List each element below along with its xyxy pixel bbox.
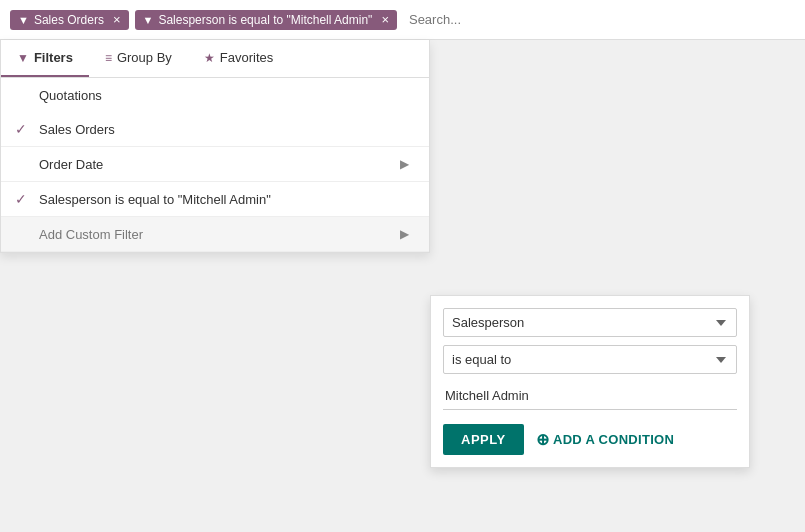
search-input[interactable]: [403, 12, 795, 27]
filter-dropdown: ▼ Filters ≡ Group By ★ Favorites Quotati…: [0, 40, 430, 253]
date-section: Order Date ▶: [1, 147, 429, 182]
favorites-icon: ★: [204, 51, 215, 65]
custom-filter-check: [15, 226, 31, 242]
quotations-check: [15, 87, 31, 103]
custom-filter-label: Add Custom Filter: [39, 227, 143, 242]
filter-icon-2: ▼: [143, 14, 154, 26]
filters-icon: ▼: [17, 51, 29, 65]
menu-item-salesperson[interactable]: ✓ Salesperson is equal to "Mitchell Admi…: [1, 182, 429, 216]
submenu-buttons: APPLY ⊕ ADD A CONDITION: [443, 424, 737, 455]
salesperson-check: ✓: [15, 191, 31, 207]
condition-select-row: is equal to is not equal to contains doe…: [443, 345, 737, 374]
tab-filters[interactable]: ▼ Filters: [1, 40, 89, 77]
value-input-row: [443, 382, 737, 410]
menu-item-custom-filter[interactable]: Add Custom Filter ▶: [1, 217, 429, 251]
filter-icon-1: ▼: [18, 14, 29, 26]
menu-item-quotations[interactable]: Quotations: [1, 78, 429, 112]
search-bar: ▼ Sales Orders × ▼ Salesperson is equal …: [0, 0, 805, 40]
tab-filters-label: Filters: [34, 50, 73, 65]
condition-select[interactable]: is equal to is not equal to contains doe…: [443, 345, 737, 374]
salesperson-section: ✓ Salesperson is equal to "Mitchell Admi…: [1, 182, 429, 217]
tag1-label: Sales Orders: [34, 13, 104, 27]
order-date-check: [15, 156, 31, 172]
custom-filter-section: Add Custom Filter ▶: [1, 217, 429, 252]
tag1-close[interactable]: ×: [113, 13, 121, 26]
tab-favorites[interactable]: ★ Favorites: [188, 40, 289, 77]
order-date-arrow: ▶: [400, 157, 409, 171]
tab-groupby[interactable]: ≡ Group By: [89, 40, 188, 77]
salesperson-tag[interactable]: ▼ Salesperson is equal to "Mitchell Admi…: [135, 10, 397, 30]
order-date-label: Order Date: [39, 157, 103, 172]
value-input[interactable]: [443, 382, 737, 410]
tab-groupby-label: Group By: [117, 50, 172, 65]
tag2-close[interactable]: ×: [381, 13, 389, 26]
sales-orders-tag[interactable]: ▼ Sales Orders ×: [10, 10, 129, 30]
custom-filter-submenu: Salesperson Customer Product Status Amou…: [430, 295, 750, 468]
sales-orders-check: ✓: [15, 121, 31, 137]
plus-icon: ⊕: [536, 430, 549, 449]
groupby-icon: ≡: [105, 51, 112, 65]
quotations-label: Quotations: [39, 88, 102, 103]
sales-orders-label: Sales Orders: [39, 122, 115, 137]
salesperson-filter-label: Salesperson is equal to "Mitchell Admin": [39, 192, 271, 207]
field-select[interactable]: Salesperson Customer Product Status Amou…: [443, 308, 737, 337]
menu-item-sales-orders[interactable]: ✓ Sales Orders: [1, 112, 429, 146]
apply-button[interactable]: APPLY: [443, 424, 524, 455]
tag2-label: Salesperson is equal to "Mitchell Admin": [158, 13, 372, 27]
add-condition-label: ADD A CONDITION: [553, 432, 674, 447]
menu-item-order-date[interactable]: Order Date ▶: [1, 147, 429, 181]
field-select-row: Salesperson Customer Product Status Amou…: [443, 308, 737, 337]
tab-row: ▼ Filters ≡ Group By ★ Favorites: [1, 40, 429, 78]
tab-favorites-label: Favorites: [220, 50, 273, 65]
custom-filter-arrow: ▶: [400, 227, 409, 241]
add-condition-button[interactable]: ⊕ ADD A CONDITION: [536, 430, 675, 449]
quick-filters-section: Quotations ✓ Sales Orders: [1, 78, 429, 147]
